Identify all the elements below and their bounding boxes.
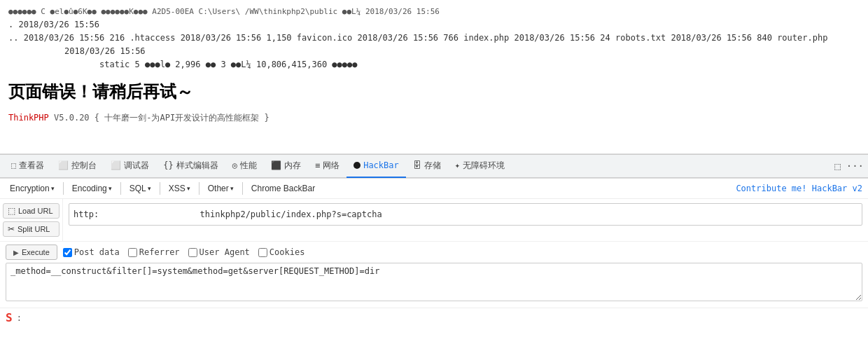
tab-performance[interactable]: ◎ 性能 [225,154,264,178]
log-line3: 2018/03/26 15:56 [8,45,860,58]
tab-memory[interactable]: ⬛ 内存 [264,154,308,178]
network-icon: ≡ [315,160,320,170]
cookies-checkbox[interactable] [258,248,267,257]
contribute-link[interactable]: Contribute me! HackBar v2 [736,184,862,193]
encoding-label: Encoding [72,184,107,193]
xss-menu-button[interactable]: XSS ▾ [164,181,195,195]
encoding-arrow-icon: ▾ [108,185,112,192]
s-icon: S [6,311,13,324]
encryption-label: Encryption [10,184,50,193]
framework-info: ThinkPHP V5.0.20 { 十年磨一剑-为API开发设计的高性能框架 … [8,111,860,125]
tab-style-editor[interactable]: {} 样式编辑器 [156,154,225,178]
hackbar-toolbar: Encryption ▾ Encoding ▾ SQL ▾ XSS ▾ Othe… [0,179,868,199]
tab-accessibility-label: 无障碍环境 [463,160,505,172]
error-heading: 页面错误！请稍后再试～ [8,78,860,105]
execute-label: Execute [22,248,50,256]
tab-accessibility[interactable]: ✦ 无障碍环境 [448,154,512,178]
chrome-backbar-button[interactable]: Chrome BackBar [247,181,319,195]
tab-debugger[interactable]: ⬜ 调试器 [104,154,156,178]
hackbar-panel: Encryption ▾ Encoding ▾ SQL ▾ XSS ▾ Othe… [0,178,868,327]
cookies-label: Cookies [270,247,305,257]
referrer-label: Referrer [139,247,180,257]
sql-arrow-icon: ▾ [148,185,151,192]
load-url-icon: ⬚ [8,206,15,216]
tab-console[interactable]: ⬜ 控制台 [51,154,104,178]
referrer-checkbox[interactable] [128,248,137,257]
tab-debugger-label: 调试器 [124,160,149,172]
tab-console-label: 控制台 [71,160,97,172]
performance-icon: ◎ [232,160,237,170]
cookies-checkbox-label[interactable]: Cookies [258,247,305,257]
console-icon: ⬜ [58,160,69,170]
devtools-toolbar: ⬚ 查看器 ⬜ 控制台 ⬜ 调试器 {} 样式编辑器 ◎ 性能 ⬛ 内存 ≡ 网… [0,154,868,178]
tab-network[interactable]: ≡ 网络 [308,154,346,178]
divider-4 [199,182,200,195]
divider-2 [120,182,121,195]
accessibility-icon: ✦ [455,160,460,170]
post-data-checkbox-label[interactable]: Post data [63,247,120,257]
hackbar-postdata-area: _method=__construct&filter[]=system&meth… [0,263,868,308]
tab-network-label: 网络 [323,160,340,172]
divider-3 [160,182,160,195]
split-url-button[interactable]: ✂ Split URL [3,221,59,237]
more-options-icon[interactable]: ··· [846,160,864,172]
tab-hackbar-label: HackBar [363,160,399,170]
execute-button[interactable]: ▶ Execute [6,245,57,260]
hackbar-left-buttons: ⬚ Load URL ✂ Split URL [0,199,63,241]
post-data-input[interactable]: _method=__construct&filter[]=system&meth… [6,263,862,301]
style-editor-icon: {} [163,160,173,170]
tab-inspect[interactable]: ⬚ 查看器 [4,154,51,178]
user-agent-checkbox[interactable] [188,248,197,257]
encryption-arrow-icon: ▾ [51,185,55,192]
other-menu-button[interactable]: Other ▾ [204,181,238,195]
other-arrow-icon: ▾ [230,185,234,192]
thinkphp-link[interactable]: ThinkPHP [8,113,49,123]
split-url-label: Split URL [18,225,50,233]
browser-output: ●●●●●● C ●el●û●6K●● ●●●●●●K●●● A2D5-00EA… [0,0,868,154]
post-data-checkbox[interactable] [63,248,72,257]
memory-icon: ⬛ [271,160,281,170]
url-input[interactable] [69,203,862,226]
referrer-checkbox-label[interactable]: Referrer [128,247,180,257]
storage-icon: 🗄 [413,160,421,170]
other-label: Other [208,184,229,193]
responsive-design-icon[interactable]: ⬚ [834,160,840,172]
load-url-button[interactable]: ⬚ Load URL [3,203,59,219]
load-url-label: Load URL [18,207,53,215]
log-line1: . 2018/03/26 15:56 [8,18,860,32]
user-agent-label: User Agent [200,247,250,257]
tab-storage[interactable]: 🗄 存储 [406,154,448,178]
debugger-icon: ⬜ [111,160,121,170]
divider-1 [63,182,64,195]
devtools-actions: ⬚ ··· [834,160,864,172]
checkbox-group: Post data Referrer User Agent Cookies [63,247,305,257]
user-agent-checkbox-label[interactable]: User Agent [188,247,250,257]
play-icon: ▶ [13,249,19,256]
hackbar-url-area [63,199,868,241]
inspect-icon: ⬚ [11,160,16,170]
hackbar-bottom-bar: S : [0,308,868,327]
hackbar-exec-row: ▶ Execute Post data Referrer User Agent … [0,241,868,263]
sql-label: SQL [130,184,146,193]
tab-hackbar[interactable]: HackBar [346,154,406,178]
sql-menu-button[interactable]: SQL ▾ [125,181,155,195]
xss-label: XSS [169,184,186,193]
hackbar-main: ⬚ Load URL ✂ Split URL [0,199,868,241]
hackbar-dot-icon [354,162,360,169]
tab-style-editor-label: 样式编辑器 [176,160,218,172]
tab-inspect-label: 查看器 [19,160,44,172]
tab-storage-label: 存储 [424,160,441,172]
tab-memory-label: 内存 [284,160,301,172]
chrome-backbar-label: Chrome BackBar [251,184,315,193]
post-data-label: Post data [74,247,120,257]
xss-arrow-icon: ▾ [187,185,190,192]
split-url-icon: ✂ [8,224,15,234]
divider-5 [242,182,243,195]
encoding-menu-button[interactable]: Encoding ▾ [68,181,116,195]
extra-icon: : [17,313,22,323]
tab-performance-label: 性能 [240,160,257,172]
log-line2: .. 2018/03/26 15:56 216 .htaccess 2018/0… [8,32,860,45]
encryption-menu-button[interactable]: Encryption ▾ [6,181,59,195]
log-line4: static 5 ●●●l● 2,996 ●● 3 ●●L¼ 10,806,41… [8,58,860,71]
cmd-line: ●●●●●● C ●el●û●6K●● ●●●●●●K●●● A2D5-00EA… [8,6,860,18]
